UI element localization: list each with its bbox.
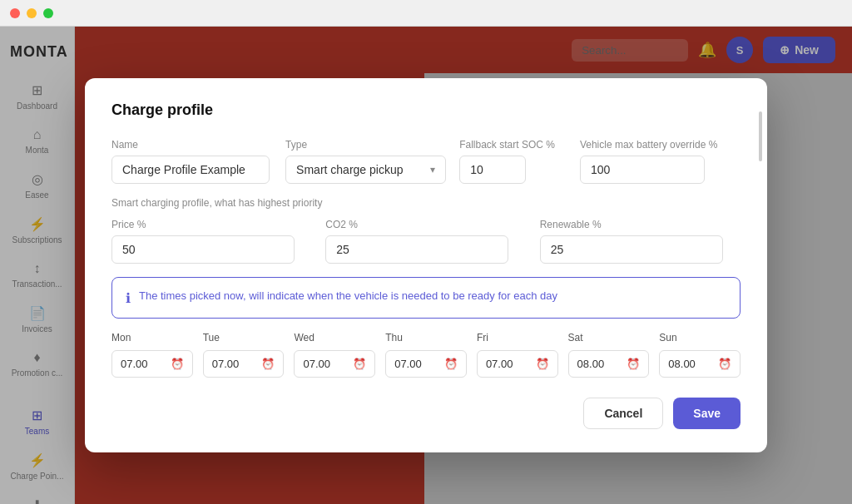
maximize-button[interactable] xyxy=(43,8,53,18)
charge-profile-modal: Charge profile Name Type Smart charge pi… xyxy=(85,78,767,452)
modal-overlay: Charge profile Name Type Smart charge pi… xyxy=(0,27,852,504)
co2-input[interactable] xyxy=(325,235,508,264)
clock-icon: ⏰ xyxy=(444,358,458,370)
type-select[interactable]: Smart charge pickup ▾ xyxy=(285,156,446,184)
form-group-type: Type Smart charge pickup ▾ xyxy=(285,139,446,184)
time-input-fri[interactable]: 07.00⏰ xyxy=(477,350,558,378)
day-label-mon: Mon xyxy=(111,332,193,343)
save-button[interactable]: Save xyxy=(673,398,741,429)
info-message: The times picked now, will indicate when… xyxy=(139,289,557,302)
day-group-tue: Tue07.00⏰ xyxy=(203,332,285,378)
type-value: Smart charge pickup xyxy=(296,163,403,176)
day-group-wed: Wed07.00⏰ xyxy=(294,332,375,378)
priority-hint: Smart charging profile, what has highest… xyxy=(111,197,741,209)
clock-icon: ⏰ xyxy=(261,358,275,370)
renewable-label: Renewable % xyxy=(540,219,741,230)
form-group-battery: Vehicle max battery override % xyxy=(580,139,741,184)
modal-footer: Cancel Save xyxy=(111,398,741,429)
time-input-wed[interactable]: 07.00⏰ xyxy=(294,350,375,378)
form-group-soc: Fallback start SOC % xyxy=(459,139,567,184)
time-input-sun[interactable]: 08.00⏰ xyxy=(659,350,741,378)
name-label: Name xyxy=(111,139,272,151)
day-label-sat: Sat xyxy=(568,332,650,343)
clock-icon: ⏰ xyxy=(171,358,184,370)
chevron-down-icon: ▾ xyxy=(430,164,435,175)
close-button[interactable] xyxy=(10,8,20,18)
time-input-sat[interactable]: 08.00⏰ xyxy=(568,350,650,378)
info-icon: ℹ xyxy=(126,290,131,306)
price-label: Price % xyxy=(111,219,312,230)
form-group-renewable: Renewable % xyxy=(540,219,741,264)
time-input-mon[interactable]: 07.00⏰ xyxy=(111,350,193,378)
modal-title: Charge profile xyxy=(111,101,741,119)
day-group-fri: Fri07.00⏰ xyxy=(477,332,558,378)
scrollbar[interactable] xyxy=(759,111,762,161)
name-input[interactable] xyxy=(111,156,270,184)
cancel-button[interactable]: Cancel xyxy=(583,398,663,429)
day-group-sun: Sun08.00⏰ xyxy=(659,332,741,378)
day-label-sun: Sun xyxy=(659,332,741,343)
info-box: ℹ The times picked now, will indicate wh… xyxy=(111,277,741,319)
form-row-2: Price % CO2 % Renewable % xyxy=(111,219,741,264)
form-group-price: Price % xyxy=(111,219,312,264)
co2-label: CO2 % xyxy=(325,219,526,230)
time-input-thu[interactable]: 07.00⏰ xyxy=(385,350,467,378)
type-label: Type xyxy=(285,139,446,151)
day-label-fri: Fri xyxy=(477,332,558,343)
app-container: MONTA ⊞ Dashboard ⌂ Monta ◎ Easee ⚡ Subs… xyxy=(0,27,852,504)
time-input-tue[interactable]: 07.00⏰ xyxy=(203,350,285,378)
day-label-thu: Thu xyxy=(385,332,467,343)
battery-input[interactable] xyxy=(580,156,705,184)
browser-chrome xyxy=(0,0,852,27)
soc-input[interactable] xyxy=(459,156,526,184)
clock-icon: ⏰ xyxy=(353,358,366,370)
schedule-days-row: Mon07.00⏰Tue07.00⏰Wed07.00⏰Thu07.00⏰Fri0… xyxy=(111,332,741,378)
form-row-1: Name Type Smart charge pickup ▾ Fallback… xyxy=(111,139,741,184)
soc-label: Fallback start SOC % xyxy=(459,139,567,151)
clock-icon: ⏰ xyxy=(536,358,549,370)
renewable-input[interactable] xyxy=(540,235,723,264)
day-label-wed: Wed xyxy=(294,332,375,343)
battery-label: Vehicle max battery override % xyxy=(580,139,741,151)
day-group-mon: Mon07.00⏰ xyxy=(111,332,193,378)
form-group-name: Name xyxy=(111,139,272,184)
day-group-thu: Thu07.00⏰ xyxy=(385,332,467,378)
price-input[interactable] xyxy=(111,235,295,264)
form-group-co2: CO2 % xyxy=(325,219,526,264)
minimize-button[interactable] xyxy=(27,8,37,18)
clock-icon: ⏰ xyxy=(627,358,640,370)
clock-icon: ⏰ xyxy=(718,358,731,370)
day-group-sat: Sat08.00⏰ xyxy=(568,332,650,378)
day-label-tue: Tue xyxy=(203,332,285,343)
